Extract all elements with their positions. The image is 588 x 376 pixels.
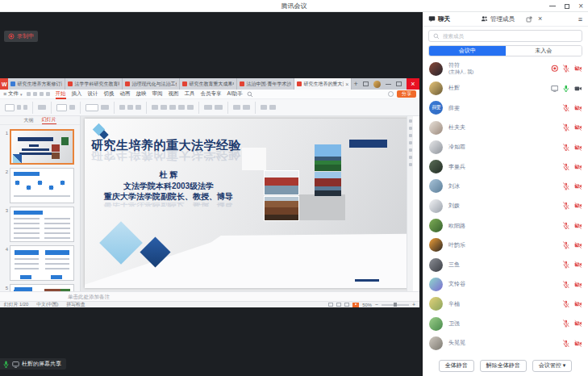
cam-off-icon[interactable]	[574, 300, 582, 308]
wps-maximize-icon[interactable]	[396, 81, 402, 86]
slide-thumbnail[interactable]	[10, 245, 74, 281]
ribbon-icon[interactable]	[161, 105, 167, 110]
workspace-icon[interactable]	[363, 81, 369, 86]
mic-muted-icon[interactable]	[562, 123, 570, 132]
search-input[interactable]	[443, 33, 578, 39]
ribbon-icon[interactable]	[169, 105, 176, 110]
zoom-in-icon[interactable]: +	[412, 302, 415, 307]
menu-tab-工具[interactable]: 工具	[185, 89, 195, 99]
close-tab-icon[interactable]: ×	[345, 81, 348, 87]
ribbon-icon[interactable]	[269, 105, 276, 110]
mic-muted-icon[interactable]	[562, 222, 570, 230]
mic-on-icon[interactable]	[562, 85, 570, 93]
participant-row[interactable]: 欧阳路	[423, 215, 588, 235]
menu-tab-会员专享[interactable]: 会员专享	[201, 89, 222, 99]
canvas-scrollbar[interactable]	[407, 116, 413, 291]
ribbon-icon[interactable]	[69, 105, 75, 110]
slide-thumbnail[interactable]	[10, 168, 74, 203]
search-box[interactable]	[428, 30, 582, 42]
document-tab[interactable]: 法学学科研究生教育经验交流	[65, 78, 123, 90]
ribbon-icon[interactable]	[17, 105, 21, 110]
ribbon-icon[interactable]	[187, 105, 194, 110]
ribbon-icon[interactable]	[204, 105, 212, 110]
document-tab[interactable]: 研究生培养方案修订说明材料	[8, 78, 65, 90]
cam-off-icon[interactable]	[574, 222, 582, 230]
participant-row[interactable]: 刘冰	[423, 177, 588, 196]
menu-tab-设计[interactable]: 设计	[88, 89, 98, 99]
minimize-icon[interactable]	[549, 6, 556, 6]
mic-muted-icon[interactable]	[562, 320, 570, 328]
gear-icon[interactable]	[388, 91, 394, 97]
cam-off-icon[interactable]	[574, 123, 582, 132]
ribbon-icon[interactable]	[85, 104, 98, 111]
tab-outline[interactable]: 大纲	[24, 117, 34, 124]
cam-off-icon[interactable]	[574, 281, 582, 289]
view-sorter-icon[interactable]	[336, 303, 341, 307]
ribbon-icon[interactable]	[233, 105, 240, 110]
slideshow-play-icon[interactable]	[352, 303, 359, 307]
file-menu[interactable]: ≡文件▾	[3, 90, 23, 98]
ribbon-icon[interactable]	[215, 105, 223, 110]
view-normal-icon[interactable]	[328, 303, 333, 307]
ribbon-icon[interactable]	[5, 104, 15, 111]
cam-off-icon[interactable]	[574, 65, 582, 73]
document-tab[interactable]: 治理现代化与法治工作坊.pdf	[123, 78, 180, 90]
zoom-out-icon[interactable]: −	[375, 302, 378, 307]
participant-row[interactable]: 冷如霜	[423, 137, 588, 157]
mic-muted-icon[interactable]	[562, 104, 570, 112]
mute-all-button[interactable]: 全体静音	[439, 360, 474, 372]
cam-off-icon[interactable]	[574, 241, 582, 249]
cam-off-icon[interactable]	[574, 261, 582, 269]
document-tab[interactable]: 研究生培养的重大法学经验.pptx×	[294, 78, 352, 90]
slide-thumbnail[interactable]	[10, 284, 74, 291]
ribbon-icon[interactable]	[23, 105, 27, 110]
mic-muted-icon[interactable]	[562, 340, 570, 348]
ribbon-icon[interactable]	[243, 105, 250, 110]
mic-muted-icon[interactable]	[562, 261, 570, 269]
mic-muted-icon[interactable]	[562, 202, 570, 210]
search-icon[interactable]	[247, 91, 253, 98]
participant-row[interactable]: 李曼兵	[423, 157, 588, 176]
participant-row[interactable]: 文怜谷	[423, 274, 588, 294]
popout-icon[interactable]	[526, 16, 532, 23]
participant-row[interactable]: 辛楠	[423, 295, 588, 314]
menu-tab-插入[interactable]: 插入	[72, 89, 82, 99]
menu-tab-切换[interactable]: 切换	[104, 89, 115, 99]
slide-thumbnail[interactable]	[10, 207, 74, 242]
ribbon-icon[interactable]	[119, 105, 125, 110]
cam-off-icon[interactable]	[574, 104, 582, 112]
slide-thumbnail[interactable]	[10, 129, 74, 165]
maximize-icon[interactable]	[565, 4, 569, 9]
mic-muted-icon[interactable]	[562, 65, 570, 73]
participant-row[interactable]: 杜夫夫	[423, 118, 588, 137]
meeting-control-button[interactable]: 会议管控 ▾	[532, 360, 572, 372]
cam-off-icon[interactable]	[574, 182, 582, 190]
participant-row[interactable]: 头晃晃	[423, 333, 588, 353]
manage-members-title[interactable]: 管理成员	[481, 15, 515, 23]
ribbon-icon[interactable]	[101, 105, 109, 110]
mic-muted-icon[interactable]	[562, 144, 570, 152]
tab-slides[interactable]: 幻灯片	[42, 116, 56, 124]
cam-off-icon[interactable]	[574, 163, 582, 171]
menu-tab-AI助手[interactable]: AI助手	[227, 89, 243, 99]
wps-minimize-icon[interactable]	[386, 84, 391, 85]
quick-access-toolbar[interactable]	[27, 92, 50, 96]
cam-dark-icon[interactable]	[574, 85, 582, 93]
participant-row[interactable]: 杜辉	[423, 78, 588, 98]
document-tab[interactable]: 法治中国·青年学术沙龙(2023)	[237, 78, 294, 90]
wps-logo[interactable]: W	[0, 78, 8, 90]
cam-off-icon[interactable]	[574, 320, 582, 328]
mic-muted-icon[interactable]	[562, 182, 570, 190]
panel-menu-icon[interactable]: ≡	[578, 15, 582, 23]
ribbon-icon[interactable]	[136, 105, 141, 110]
tab-not-joined[interactable]: 未入会	[506, 46, 582, 56]
unmute-all-button[interactable]: 解除全体静音	[480, 360, 527, 372]
cam-off-icon[interactable]	[574, 202, 582, 210]
menu-tab-视图[interactable]: 视图	[169, 89, 179, 99]
new-tab-button[interactable]: +	[352, 78, 360, 90]
wps-close-icon[interactable]: ×	[407, 78, 419, 90]
participant-row[interactable]: 刘媛	[423, 196, 588, 215]
ribbon-icon[interactable]	[56, 104, 67, 111]
cam-off-icon[interactable]	[574, 144, 582, 152]
tab-in-meeting[interactable]: 会议中	[429, 46, 506, 56]
